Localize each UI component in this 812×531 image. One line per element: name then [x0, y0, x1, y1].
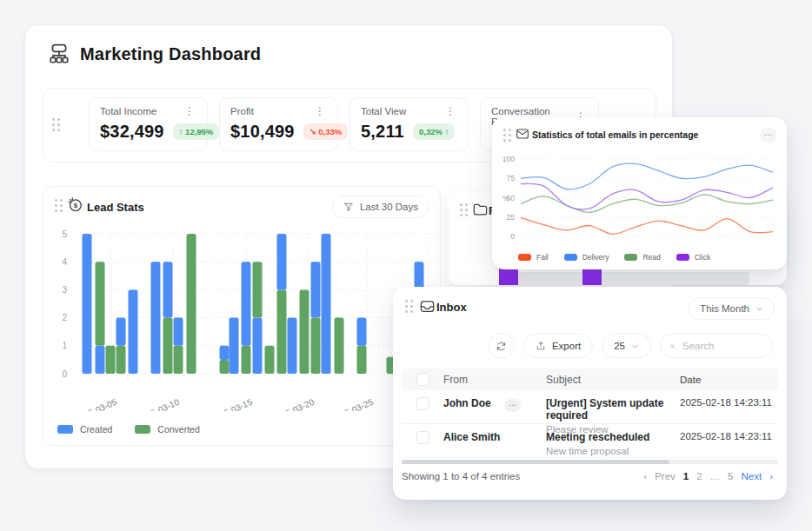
horizontal-scrollbar — [402, 460, 778, 464]
sender-name: John Doe — [443, 397, 491, 409]
column-header-subject: Subject — [546, 374, 680, 386]
column-header-from: From — [443, 374, 546, 386]
svg-text:1: 1 — [62, 341, 67, 350]
pagination-[interactable]: › — [769, 471, 773, 481]
lead-stats-bar-chart: 0123452025-03-052025-03-102025-03-152025… — [43, 187, 440, 411]
svg-text:4: 4 — [62, 257, 67, 267]
svg-text:3: 3 — [62, 285, 67, 295]
row-checkbox[interactable] — [416, 397, 429, 410]
stat-value: $32,499 — [100, 122, 164, 142]
legend-item-click: Click — [676, 253, 710, 262]
legend-item-converted: Converted — [135, 424, 199, 435]
kebab-menu-icon[interactable]: ⋮ — [183, 107, 196, 116]
legend-item-read: Read — [624, 253, 660, 262]
table-header-row: From Subject Date — [402, 368, 778, 390]
inbox-footer: Showing 1 to 4 of 4 entries ‹Prev12…5Nex… — [402, 471, 773, 481]
email-date: 2025-02-18 14:23:11 — [680, 397, 778, 408]
stat-value: 5,211 — [361, 122, 404, 142]
search-input[interactable] — [681, 340, 762, 352]
email-preview: New time proposal — [546, 446, 680, 456]
email-subject: [Urgent] System update required — [546, 397, 680, 421]
sender-name: Alice Smith — [443, 431, 500, 443]
export-button[interactable]: Export — [523, 334, 593, 358]
period-label: This Month — [700, 303, 749, 314]
row-checkbox[interactable] — [416, 431, 429, 444]
pagination-prev[interactable]: Prev — [655, 471, 676, 481]
stat-label: Total View — [361, 106, 406, 116]
pagination-next[interactable]: Next — [742, 471, 762, 481]
email-stats-card: Statistics of total emails in percentage… — [492, 117, 787, 269]
legend-item-fail: Fail — [518, 253, 549, 262]
kebab-menu-icon[interactable]: ⋮ — [313, 107, 327, 116]
dashboard-page: Marketing Dashboard Total Income ⋮ $32,4… — [0, 0, 812, 531]
lead-stats-legend: CreatedConverted — [57, 424, 200, 435]
table-body: John Doe ⋯ [Urgent] System update requir… — [402, 390, 778, 458]
pagination-5[interactable]: 5 — [728, 471, 733, 481]
scrollbar-thumb[interactable] — [402, 460, 669, 464]
table-row[interactable]: Alice Smith Meeting rescheduled New time… — [402, 424, 778, 458]
drag-handle[interactable] — [460, 203, 469, 217]
refresh-icon — [496, 341, 507, 352]
chevron-down-icon — [755, 305, 763, 313]
refresh-button[interactable] — [489, 333, 515, 359]
page-header: Marketing Dashboard — [48, 43, 261, 65]
svg-text:25: 25 — [507, 213, 516, 222]
svg-text:2025-03-05: 2025-03-05 — [74, 397, 119, 411]
chevron-down-icon — [631, 342, 639, 350]
export-icon — [536, 341, 546, 351]
inbox-card: Inbox This Month Export 25 — [393, 287, 787, 500]
email-subject: Meeting rescheduled — [546, 431, 680, 443]
svg-text:0: 0 — [510, 232, 515, 241]
drag-handle[interactable] — [405, 300, 414, 314]
pagination-2[interactable]: 2 — [696, 471, 702, 481]
email-stats-legend: FailDeliveryReadClick — [518, 253, 710, 262]
pagination-[interactable]: … — [710, 471, 721, 481]
period-dropdown[interactable]: This Month — [689, 297, 775, 320]
stat-card-total-income: Total Income ⋮ $32,499 ↑ 12,95% — [89, 97, 208, 151]
hidden-chart-band — [518, 272, 749, 285]
inbox-icon — [419, 298, 436, 315]
stat-trend-badge: ↑ 12,95% — [173, 123, 220, 140]
drag-handle[interactable] — [52, 118, 61, 132]
folder-icon — [472, 201, 489, 217]
legend-item-delivery: Delivery — [564, 253, 609, 262]
sitemap-icon — [48, 43, 70, 65]
search-icon — [670, 341, 675, 352]
svg-text:5: 5 — [62, 229, 67, 239]
svg-text:2025-03-15: 2025-03-15 — [210, 397, 255, 411]
email-stats-line-chart: 0255075100% — [492, 117, 787, 248]
lead-stats-card: $ Lead Stats Last 30 Days 0123452025-03-… — [43, 186, 441, 446]
stat-card-total-view: Total View ⋮ 5,211 0,32% ↑ — [349, 97, 469, 151]
search-box — [660, 334, 773, 358]
stat-card-profit: Profit ⋮ $10,499 ↘ 0,33% — [219, 97, 338, 151]
email-date: 2025-02-18 14:23:11 — [680, 431, 778, 441]
stat-trend-badge: 0,32% ↑ — [413, 123, 455, 140]
svg-text:75: 75 — [507, 174, 516, 183]
table-row[interactable]: John Doe ⋯ [Urgent] System update requir… — [402, 390, 778, 424]
row-ellipsis-menu[interactable]: ⋯ — [504, 399, 521, 412]
pagination-[interactable]: ‹ — [643, 471, 647, 481]
svg-text:100: 100 — [503, 155, 515, 163]
inbox-title: Inbox — [436, 301, 467, 314]
pagination-1[interactable]: 1 — [683, 471, 689, 481]
svg-text:0: 0 — [62, 369, 67, 379]
svg-text:2025-03-20: 2025-03-20 — [271, 397, 316, 411]
svg-text:2: 2 — [62, 313, 67, 322]
page-size-value: 25 — [614, 341, 625, 351]
pagination: ‹Prev12…5Next› — [643, 471, 773, 481]
svg-text:%: % — [503, 194, 509, 202]
select-all-checkbox[interactable] — [416, 373, 429, 386]
svg-text:2025-03-25: 2025-03-25 — [330, 397, 376, 411]
page-title: Marketing Dashboard — [80, 44, 261, 64]
stat-trend-badge: ↘ 0,33% — [303, 123, 349, 140]
inbox-toolbar: Export 25 — [489, 333, 773, 359]
legend-item-created: Created — [57, 424, 112, 435]
svg-text:2025-03-10: 2025-03-10 — [136, 397, 182, 411]
inbox-table: From Subject Date John Doe ⋯ [Urgent] Sy… — [402, 368, 778, 458]
page-size-dropdown[interactable]: 25 — [602, 334, 651, 358]
stat-label: Profit — [230, 106, 254, 116]
column-header-date: Date — [680, 375, 778, 385]
stat-label: Total Income — [100, 106, 156, 116]
kebab-menu-icon[interactable]: ⋮ — [443, 107, 457, 116]
stat-value: $10,499 — [230, 122, 295, 142]
